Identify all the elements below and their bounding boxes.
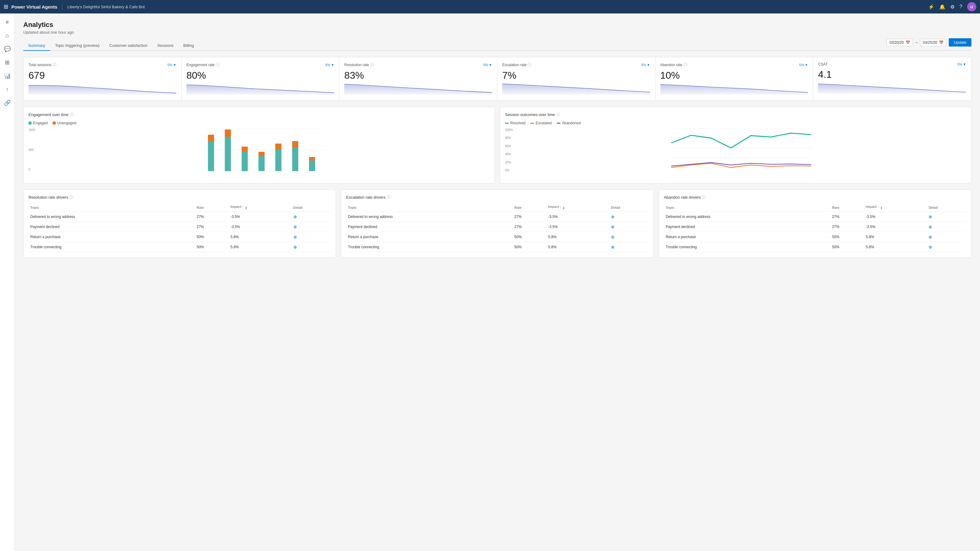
sidebar-item-analytics[interactable]: 📊 (1, 70, 13, 82)
driver-rate: 27% (512, 211, 546, 222)
driver-detail[interactable]: ⊕ (927, 232, 966, 242)
driver-detail[interactable]: ⊕ (291, 222, 331, 232)
topbar: ⊞ Power Virtual Agents Liberty's Delight… (0, 0, 980, 13)
table-row: Return a purchase 50% 5.8% ⊕ (346, 232, 648, 242)
driver-topic: Return a purchase (29, 232, 195, 242)
driver-detail[interactable]: ⊕ (609, 242, 649, 252)
kpi-value-csat: 4.1 (818, 69, 966, 80)
col-impact-abandon[interactable]: Impact ↑ ▲▼ (864, 203, 927, 211)
tabs-row: Summary Topic triggering (preview) Custo… (23, 41, 971, 51)
kpi-label-total-sessions: Total sessions ⓘ (29, 62, 56, 67)
sidebar-item-home[interactable]: ⌂ (1, 29, 13, 41)
svg-rect-19 (292, 141, 298, 148)
driver-rate: 50% (830, 232, 864, 242)
table-row: Delivered to wrong address 27% -3.5% ⊕ (664, 211, 966, 222)
update-button[interactable]: Update (949, 38, 971, 46)
driver-detail[interactable]: ⊕ (609, 222, 649, 232)
tab-summary[interactable]: Summary (23, 41, 50, 51)
col-detail-resolution: Detail (291, 203, 331, 211)
driver-topic: Payment declined (29, 222, 195, 232)
svg-rect-15 (275, 150, 282, 171)
driver-impact: -3.5% (864, 211, 927, 222)
driver-topic: Payment declined (346, 222, 512, 232)
sidebar-item-grid[interactable]: ⊞ (1, 56, 13, 68)
avatar[interactable]: U (967, 2, 976, 11)
driver-impact: -3.5% (546, 211, 609, 222)
kpi-label-csat: CSAT (818, 62, 827, 67)
resolution-drivers-title: Resolution rate drivers ⓘ (29, 195, 331, 200)
page-subtitle: Updated about one hour ago (23, 30, 971, 35)
help-icon[interactable]: ? (959, 4, 962, 10)
sidebar-item-share[interactable]: ↑ (1, 83, 13, 95)
col-impact-escalation[interactable]: Impact ↑ ▲▼ (546, 203, 609, 211)
legend-dot-escalated (530, 123, 534, 124)
sidebar-item-menu[interactable]: ≡ (1, 16, 13, 28)
driver-detail[interactable]: ⊕ (927, 242, 966, 252)
waffle-icon[interactable]: ⊞ (4, 3, 8, 10)
engagement-chart-card: Engagement over time ⓘ Engaged Unengaged… (23, 107, 495, 183)
charts-row: Engagement over time ⓘ Engaged Unengaged… (23, 107, 971, 183)
sidebar-item-chat[interactable]: 💬 (1, 43, 13, 55)
tab-sessions[interactable]: Sessions (153, 41, 178, 51)
driver-topic: Delivered to wrong address (29, 211, 195, 222)
driver-detail[interactable]: ⊕ (927, 211, 966, 222)
power-icon[interactable]: ⚡ (928, 4, 934, 10)
main-content: Analytics Updated about one hour ago Sum… (15, 13, 980, 551)
bot-name: Liberty's Delightful Sinful Bakery & Caf… (67, 5, 145, 9)
date-to-input[interactable]: 03/25/20 📅 (920, 39, 946, 46)
info-icon-abandon-drivers[interactable]: ⓘ (702, 195, 706, 200)
resolution-drivers-table: Topic Rate Impact ↑ ▲▼ Detail Delivered … (29, 203, 331, 252)
table-row: Return a purchase 50% 5.8% ⊕ (664, 232, 966, 242)
driver-detail[interactable]: ⊕ (609, 211, 649, 222)
driver-topic: Trouble connecting (29, 242, 195, 252)
info-icon-abandon-rate[interactable]: ⓘ (684, 62, 687, 67)
legend-engaged: Engaged (29, 121, 48, 125)
tab-topic-triggering[interactable]: Topic triggering (preview) (50, 41, 105, 51)
driver-detail[interactable]: ⊕ (609, 232, 649, 242)
driver-rate: 50% (512, 232, 546, 242)
notification-icon[interactable]: 🔔 (939, 4, 945, 10)
col-topic-escalation: Topic (346, 203, 512, 211)
kpi-label-escalation-rate: Escalation rate ⓘ (502, 62, 531, 67)
driver-detail[interactable]: ⊕ (291, 242, 331, 252)
svg-rect-9 (242, 152, 248, 171)
abandon-drivers-card: Abandon rate drivers ⓘ Topic Rate Impact… (659, 189, 971, 257)
settings-icon[interactable]: ⚙ (950, 4, 955, 10)
table-row: Delivered to wrong address 27% -3.5% ⊕ (29, 211, 331, 222)
info-icon-engagement-chart[interactable]: ⓘ (70, 112, 73, 117)
driver-detail[interactable]: ⊕ (291, 211, 331, 222)
driver-detail[interactable]: ⊕ (927, 222, 966, 232)
kpi-card-csat: CSAT 5% ▼ 4.1 (813, 57, 971, 100)
driver-topic: Delivered to wrong address (664, 211, 830, 222)
driver-detail[interactable]: ⊕ (291, 232, 331, 242)
sidebar-item-link[interactable]: 🔗 (1, 97, 13, 109)
page-title: Analytics (23, 21, 971, 29)
tab-billing[interactable]: Billing (178, 41, 199, 51)
topbar-separator (62, 4, 62, 10)
info-icon-engagement-rate[interactable]: ⓘ (216, 62, 220, 67)
date-filter: 03/20/20 📅 – 03/25/20 📅 Update (886, 38, 971, 46)
driver-impact: -3.5% (546, 222, 609, 232)
kpi-card-engagement-rate: Engagement rate ⓘ 5% ▼ 80% (181, 57, 340, 100)
driver-rate: 50% (512, 242, 546, 252)
table-row: Trouble connecting 50% 5.8% ⊕ (29, 242, 331, 252)
driver-impact: 5.8% (229, 232, 291, 242)
driver-rate: 27% (830, 211, 864, 222)
info-icon-total-sessions[interactable]: ⓘ (52, 62, 56, 67)
info-icon-session-outcomes[interactable]: ⓘ (556, 112, 560, 117)
info-icon-resolution-drivers[interactable]: ⓘ (70, 195, 73, 200)
info-icon-resolution-rate[interactable]: ⓘ (370, 62, 374, 67)
info-icon-escalation-drivers[interactable]: ⓘ (387, 195, 390, 200)
driver-rate: 27% (512, 222, 546, 232)
date-from-input[interactable]: 03/20/20 📅 (886, 39, 913, 46)
escalation-drivers-table: Topic Rate Impact ↑ ▲▼ Detail Delivered … (346, 203, 648, 252)
kpi-value-engagement-rate: 80% (186, 70, 334, 81)
svg-rect-4 (208, 135, 214, 141)
info-icon-escalation-rate[interactable]: ⓘ (528, 62, 531, 67)
col-impact-resolution[interactable]: Impact ↑ ▲▼ (229, 203, 291, 211)
tab-customer-satisfaction[interactable]: Customer satisfaction (105, 41, 153, 51)
topbar-right: ⚡ 🔔 ⚙ ? U (928, 2, 976, 11)
app-logo: Power Virtual Agents (11, 4, 57, 10)
table-row: Payment declined 27% -3.5% ⊕ (29, 222, 331, 232)
kpi-card-resolution-rate: Resolution rate ⓘ 5% ▼ 83% (339, 57, 497, 100)
